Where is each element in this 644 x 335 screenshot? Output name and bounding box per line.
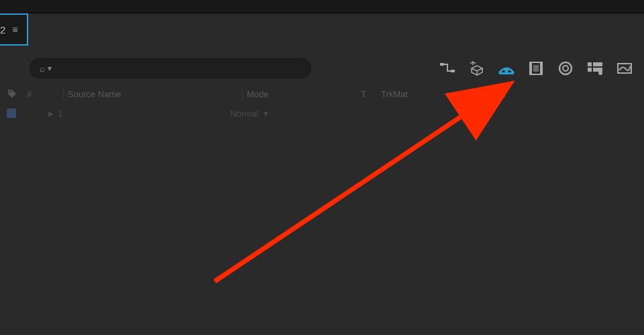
column-divider [242,88,243,100]
annotation-arrow [0,0,644,335]
svg-rect-11 [588,62,592,66]
index-column-header[interactable]: # [27,89,63,99]
svg-point-2 [504,68,508,72]
chevron-down-icon: ▾ [264,109,268,119]
svg-rect-8 [533,65,539,72]
label-color-column[interactable] [7,88,27,99]
layer-row[interactable]: ▶ 1 Normal ▾ [0,103,644,123]
panel-tab-strip: 2 ≡ [0,13,644,47]
svg-rect-1 [451,70,455,72]
frame-blend-icon[interactable] [527,60,545,77]
column-divider [475,88,476,100]
svg-rect-12 [593,62,602,66]
tab-label: 2 [0,24,5,36]
svg-rect-14 [593,68,602,72]
3d-cube-icon[interactable] [468,60,486,77]
trkmat-column-header[interactable]: TrkMat [381,89,475,99]
column-headers: # Source Name Mode T TrkMat Parent [0,84,644,103]
svg-point-10 [563,66,568,71]
blend-mode-dropdown[interactable]: Normal ▾ [230,109,268,119]
brainstorm-icon[interactable] [616,60,633,77]
layer-index: 1 [58,109,62,119]
layer-color-swatch[interactable] [7,109,16,118]
column-divider [63,88,64,100]
graph-editor-icon[interactable] [586,60,604,77]
svg-rect-0 [440,63,444,66]
svg-rect-13 [588,68,592,72]
toolbar-icon-group [439,60,637,77]
app-top-bar [0,0,644,13]
t-column-header[interactable]: T [361,89,381,99]
flow-icon[interactable] [439,60,456,77]
twirl-icon[interactable]: ▶ [48,110,54,117]
composition-tab[interactable]: 2 ≡ [0,13,28,46]
svg-point-17 [9,91,11,92]
search-caret: ▾ [48,64,52,73]
mode-column-header[interactable]: Mode [247,89,361,99]
svg-rect-3 [499,72,514,74]
svg-rect-6 [540,62,542,74]
svg-point-9 [559,62,572,74]
search-icon: ⌕ [40,63,45,74]
svg-rect-5 [530,62,532,74]
svg-point-15 [598,71,602,75]
shy-layers-icon[interactable] [498,60,515,77]
timeline-toolbar: ⌕ ▾ [0,52,644,84]
search-input[interactable]: ⌕ ▾ [30,58,311,78]
parent-column-header[interactable]: Parent [480,89,644,99]
motion-blur-icon[interactable] [557,60,574,77]
panel-menu-icon[interactable]: ≡ [12,25,17,34]
source-name-column-header[interactable]: Source Name [68,89,242,99]
